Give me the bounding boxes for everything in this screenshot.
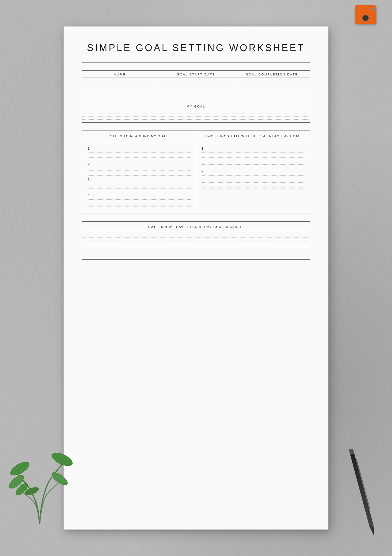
steps-col-header: STEPS TO REACHING MY GOAL [82, 131, 196, 142]
step-3-line-2 [88, 186, 191, 186]
step-1-line-2 [88, 155, 191, 155]
fields-row: NAME GOAL START DATE GOAL COMPLETION DAT… [82, 70, 310, 94]
start-date-label: GOAL START DATE [158, 71, 234, 78]
steps-col: STEPS TO REACHING MY GOAL 1. 2. [82, 131, 196, 213]
completion-date-field-box: GOAL COMPLETION DATE [234, 70, 310, 94]
thing-2-line-5 [202, 185, 305, 185]
goal-dotted-1 [82, 114, 310, 114]
name-value[interactable] [82, 78, 158, 94]
completion-date-label: GOAL COMPLETION DATE [234, 71, 310, 78]
thing-2-line-6 [202, 187, 305, 187]
bottom-line-1 [82, 237, 310, 237]
bottom-lines[interactable] [82, 232, 310, 254]
step-3: 3. [88, 178, 191, 191]
step-3-line-1 [88, 184, 191, 184]
step-2-line-3 [88, 173, 191, 173]
goal-section-end [82, 122, 310, 123]
thing-2-line-3 [202, 180, 305, 180]
thing-1-line-1 [202, 153, 305, 153]
step-4-line-2 [88, 202, 191, 202]
bottom-final-divider [82, 259, 310, 260]
worksheet-paper: SIMPLE GOAL SETTING WORKSHEET NAME GOAL … [64, 26, 328, 530]
two-things-col: TWO THINGS THAT WILL HELP ME REACH MY GO… [196, 131, 310, 213]
thing-2-number: 2. [202, 169, 305, 173]
completion-date-value[interactable] [234, 78, 310, 94]
goal-dotted-3 [82, 119, 310, 120]
my-goal-section: MY GOAL [82, 102, 310, 123]
step-2-line-4 [88, 175, 191, 176]
thing-1: 1. [202, 146, 305, 167]
step-1: 1. [88, 146, 191, 160]
thing-1-line-6 [202, 164, 305, 165]
thing-1-line-2 [202, 155, 305, 155]
step-4-line-3 [88, 204, 191, 204]
step-4-line-1 [88, 199, 191, 200]
pencil-sharpener-decoration [355, 5, 376, 32]
thing-1-number: 1. [202, 146, 305, 150]
steps-col-content: 1. 2. 3. [82, 142, 196, 213]
start-date-value[interactable] [158, 78, 234, 94]
plant-decoration [5, 424, 74, 530]
step-2-line-1 [88, 168, 191, 168]
step-4-number: 4. [88, 193, 191, 197]
step-4-line-4 [88, 207, 191, 207]
step-4: 4. [88, 193, 191, 207]
thing-1-line-5 [202, 162, 305, 162]
step-1-line-1 [88, 153, 191, 153]
thing-2: 2. [202, 169, 305, 190]
name-field-box: NAME [82, 70, 158, 94]
thing-2-line-7 [202, 190, 305, 190]
step-2: 2. [88, 162, 191, 176]
step-1-number: 1. [88, 146, 191, 150]
name-label: NAME [82, 71, 158, 78]
worksheet-title: SIMPLE GOAL SETTING WORKSHEET [82, 42, 310, 58]
thing-1-line-7 [202, 167, 305, 167]
step-2-number: 2. [88, 162, 191, 166]
step-3-number: 3. [88, 178, 191, 182]
two-things-col-header: TWO THINGS THAT WILL HELP ME REACH MY GO… [196, 131, 310, 142]
goal-divider-bottom [82, 111, 310, 111]
svg-point-7 [50, 471, 69, 487]
thing-1-line-4 [202, 160, 305, 160]
two-things-col-content: 1. 2. [196, 142, 310, 196]
bottom-line-2 [82, 240, 310, 240]
pen-decoration [343, 447, 383, 541]
thing-2-line-4 [202, 182, 305, 183]
thing-2-line-2 [202, 178, 305, 178]
bottom-label: I WILL KNOW I HAVE REACHED MY GOAL BECAU… [148, 225, 244, 228]
start-date-field-box: GOAL START DATE [158, 70, 234, 94]
bottom-line-3 [82, 243, 310, 243]
bottom-section: I WILL KNOW I HAVE REACHED MY GOAL BECAU… [82, 221, 310, 260]
step-3-line-4 [88, 191, 191, 191]
title-divider [82, 62, 310, 62]
goal-lines[interactable] [82, 114, 310, 120]
my-goal-label: MY GOAL [82, 102, 310, 111]
thing-2-line-1 [202, 175, 305, 176]
step-3-line-3 [88, 189, 191, 189]
step-1-line-4 [88, 160, 191, 160]
two-col-section: STEPS TO REACHING MY GOAL 1. 2. [82, 131, 310, 213]
bottom-line-4 [82, 246, 310, 246]
step-2-line-2 [88, 171, 191, 171]
bottom-label-bar: I WILL KNOW I HAVE REACHED MY GOAL BECAU… [82, 221, 310, 232]
thing-1-line-3 [202, 157, 305, 158]
goal-dotted-2 [82, 116, 310, 117]
step-1-line-3 [88, 157, 191, 158]
